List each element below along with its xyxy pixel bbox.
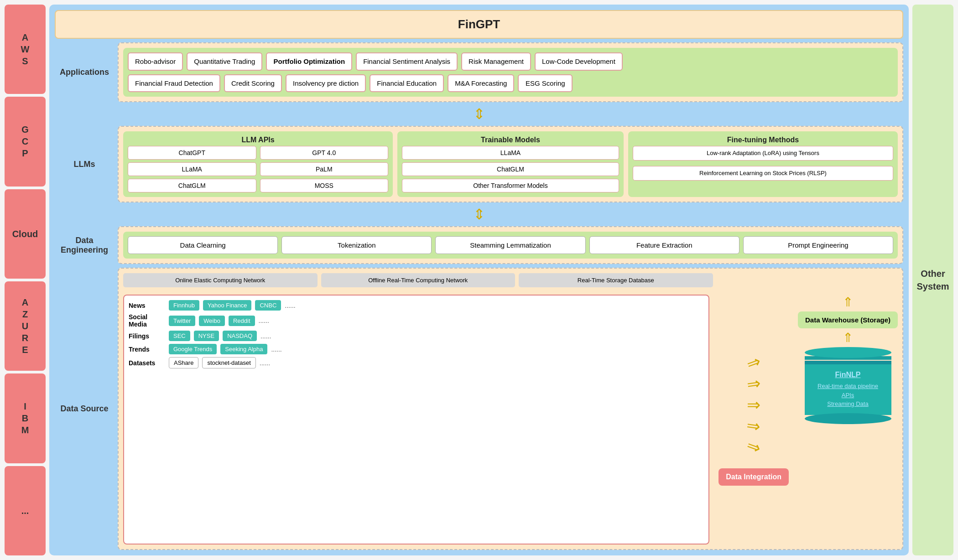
de-stemming: Steamming Lemmatization — [435, 236, 585, 254]
llms-row: LLMs LLM APIs ChatGPT LLaMA ChatGLM GPT … — [55, 126, 903, 202]
gcp-badge: GCP — [5, 97, 46, 186]
llm-apis-title: LLM APIs — [128, 136, 388, 144]
data-integration-label: Data Integration — [726, 473, 781, 481]
app-row-2: Financial Fraud Detection Credit Scoring… — [128, 74, 893, 93]
trainable-transformer: Other Transformer Models — [402, 179, 619, 192]
warehouse-arrow-up2: ⇑ — [843, 330, 853, 345]
other-cloud-badge: ... — [5, 466, 46, 555]
app-insolvency: Insolvency pre diction — [286, 74, 366, 93]
applications-section: Robo-advisor Quantitative Trading Portfo… — [118, 42, 903, 102]
llms-label: LLMs — [55, 126, 114, 202]
ds-cnbc: CNBC — [255, 300, 281, 311]
app-credit: Credit Scoring — [224, 74, 282, 93]
app-esg: ESG Scoring — [518, 74, 573, 93]
right-sidebar: Other System — [912, 5, 953, 555]
applications-label: Applications — [55, 42, 114, 102]
storage-row: Online Elastic Computing Network Offline… — [123, 273, 898, 287]
app-robo-advisor: Robo-advisor — [128, 52, 183, 71]
ds-weibo: Weibo — [199, 316, 225, 326]
ds-trends-dots: ...... — [271, 346, 281, 353]
storage-offline: Offline Real-Time Computing Network — [321, 273, 515, 287]
applications-grid: Robo-advisor Quantitative Trading Portfo… — [123, 48, 898, 97]
data-engineering-grid: Data Clearning Tokenization Steamming Le… — [123, 232, 898, 259]
arrow-down-1: ⇕ — [473, 107, 485, 121]
applications-row: Applications Robo-advisor Quantitative T… — [55, 42, 903, 102]
llm-apis-block: LLM APIs ChatGPT LLaMA ChatGLM GPT 4.0 P… — [123, 131, 393, 197]
data-source-label: Data Source — [55, 268, 114, 550]
ds-news-label: News — [129, 302, 165, 309]
app-education: Financial Education — [370, 74, 444, 93]
trainable-chatglm: ChatGLM — [402, 162, 619, 176]
ds-stocknet: stocknet-dataset — [202, 357, 255, 368]
app-row-1: Robo-advisor Quantitative Trading Portfo… — [128, 52, 893, 71]
ds-datasets-row: Datasets AShare stocknet-dataset ...... — [129, 357, 704, 368]
llm-apis-right: GPT 4.0 PaLM MOSS — [260, 146, 389, 192]
fingpt-header: FinGPT — [55, 10, 903, 39]
de-clearning: Data Clearning — [128, 236, 278, 254]
ds-news-dots: ...... — [285, 302, 295, 309]
llm-moss: MOSS — [260, 179, 389, 192]
ds-news-row: News Finnhub Yahoo Finance CNBC ...... — [129, 300, 704, 311]
trainable-block: Trainable Models LLaMA ChatGLM Other Tra… — [397, 131, 624, 197]
aws-badge: AWS — [5, 5, 46, 94]
app-sentiment: Financial Sentiment Analysis — [356, 52, 458, 71]
ds-twitter: Twitter — [169, 316, 195, 326]
warehouse-title: Data Warehouse (Storage) — [805, 316, 890, 324]
ds-social-dots: ...... — [259, 317, 269, 324]
data-integration-area: ⇒ ⇒ ⇒ ⇒ ⇒ Data Integration — [714, 295, 793, 544]
ds-google-trends: Google Trends — [169, 344, 217, 354]
finetuning-rlsp: Reinforcement Learning on Stock Prices (… — [633, 166, 893, 181]
cylinder-body: FinNLP Real-time data pipelineAPIsStream… — [805, 364, 891, 415]
left-sidebar: AWS GCP Cloud AZURE IBM ... — [5, 5, 46, 555]
de-prompt: Prompt Engineering — [743, 236, 893, 254]
ds-yahoo: Yahoo Finance — [203, 300, 252, 311]
data-source-table: News Finnhub Yahoo Finance CNBC ...... S… — [123, 295, 709, 544]
warehouse-arrow-up: ⇑ — [843, 295, 853, 310]
cylinder-wrapper: FinNLP Real-time data pipelineAPIsStream… — [805, 347, 891, 424]
storage-online: Online Elastic Computing Network — [123, 273, 318, 287]
ds-filings-row: Filings SEC NYSE NASDAQ ...... — [129, 331, 704, 341]
finetuning-block: Fine-tuning Methods Low-rank Adaptation … — [628, 131, 898, 197]
llm-palm: PaLM — [260, 162, 389, 176]
ds-filings-label: Filings — [129, 332, 165, 340]
arrow-row-1: ⇕ — [55, 107, 903, 121]
ds-trends-row: Trends Google Trends Seeking Alpha .....… — [129, 344, 704, 354]
finetuning-lora: Low-rank Adaptation (LoRA) using Tensors — [633, 146, 893, 161]
ds-datasets-label: Datasets — [129, 359, 165, 367]
warehouse-container: ⇑ Data Warehouse (Storage) ⇑ — [798, 295, 898, 424]
ds-seeking-alpha: Seeking Alpha — [220, 344, 267, 354]
app-risk: Risk Management — [461, 52, 531, 71]
app-fraud: Financial Fraud Detection — [128, 74, 220, 93]
ds-filings-dots: ...... — [260, 332, 271, 340]
data-warehouse-label: Data Warehouse (Storage) — [798, 311, 898, 328]
app-quant-trading: Quantitative Trading — [187, 52, 262, 71]
cloud-badge: Cloud — [5, 189, 46, 279]
finetuning-items: Low-rank Adaptation (LoRA) using Tensors… — [633, 146, 893, 183]
de-tokenization: Tokenization — [281, 236, 432, 254]
cylinder-bottom — [805, 413, 891, 424]
de-feature: Feature Extraction — [589, 236, 739, 254]
ds-sec: SEC — [169, 331, 190, 341]
trainable-title: Trainable Models — [402, 136, 619, 144]
arrow-row-2: ⇕ — [55, 207, 903, 222]
main-content-area: FinGPT Applications Robo-advisor Quantit… — [49, 5, 909, 555]
azure-badge: AZURE — [5, 281, 46, 371]
finetuning-title: Fine-tuning Methods — [633, 136, 893, 144]
llm-gpt4: GPT 4.0 — [260, 146, 389, 160]
llm-chatglm: ChatGLM — [128, 179, 256, 192]
db-links: Real-time data pipelineAPIsStreaming Dat… — [817, 382, 878, 409]
ds-finnhub: Finnhub — [169, 300, 199, 311]
main-layout: AWS GCP Cloud AZURE IBM ... FinGPT Appli… — [0, 0, 958, 560]
app-ma: M&A Forecasting — [448, 74, 514, 93]
data-integration-box: Data Integration — [718, 468, 789, 486]
cylinder-layer2 — [805, 361, 891, 364]
data-source-main: News Finnhub Yahoo Finance CNBC ...... S… — [123, 295, 898, 544]
cylinder-top — [805, 347, 891, 358]
ds-nyse: NYSE — [194, 331, 219, 341]
other-system-badge: Other System — [912, 5, 953, 555]
other-system-label: Other System — [916, 267, 950, 293]
fingpt-title: FinGPT — [458, 17, 500, 31]
llm-apis-columns: ChatGPT LLaMA ChatGLM GPT 4.0 PaLM MOSS — [128, 146, 388, 192]
arrow-group: ⇒ ⇒ ⇒ ⇒ ⇒ — [747, 353, 760, 456]
data-source-row: Data Source Online Elastic Computing Net… — [55, 268, 903, 550]
